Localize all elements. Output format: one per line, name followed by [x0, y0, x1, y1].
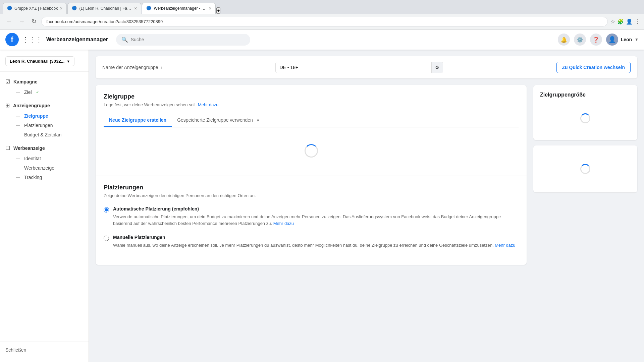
budget-dash: —: [16, 132, 20, 137]
placement-options: Automatische Platzierung (empfohlen) Ver…: [104, 206, 519, 249]
profile-icon[interactable]: 👤: [626, 18, 633, 25]
close-button[interactable]: Schließen: [5, 347, 26, 353]
side-loading-bottom: [570, 154, 600, 184]
side-loading-top: [570, 103, 600, 133]
zielgruppe-dash: —: [16, 114, 20, 118]
quick-create-button[interactable]: Zu Quick Creation wechseln: [556, 62, 631, 73]
tracking-dash: —: [16, 175, 20, 180]
werbeanzeige-sub-items: — Identität — Werbeanzeige — Tracking: [0, 154, 89, 182]
sidebar-item-zielgruppe[interactable]: — Zielgruppe: [12, 111, 89, 121]
new-tab-button[interactable]: +: [216, 7, 220, 14]
address-bar[interactable]: facebook.com/adsmanager/creation?act=303…: [41, 17, 608, 26]
zielgruppe-label: Zielgruppe: [24, 113, 48, 119]
sidebar-item-ziel[interactable]: — Ziel ✓: [12, 87, 89, 97]
tab-favicon-3: 🔵: [146, 6, 152, 11]
ziel-label: Ziel: [24, 89, 32, 95]
ziel-check-icon: ✓: [36, 90, 39, 95]
ad-name-input-wrapper: ⚙: [275, 62, 443, 73]
platzierungen-subtitle: Zeige deine Werbeanzeigen den richtigen …: [104, 193, 519, 198]
menu-icon[interactable]: ⋮: [635, 18, 640, 25]
auto-placement-mehr-dazu-link[interactable]: Mehr dazu: [273, 221, 294, 226]
manual-placement-mehr-dazu-link[interactable]: Mehr dazu: [495, 243, 515, 248]
sidebar-item-anzeigengruppe[interactable]: ⊞ Anzeigengruppe: [0, 100, 89, 111]
budget-label: Budget & Zeitplan: [24, 132, 61, 137]
sidebar-item-tracking[interactable]: — Tracking: [12, 173, 89, 182]
identitaet-label: Identität: [24, 156, 41, 161]
anzeigengruppe-icon: ⊞: [5, 102, 10, 109]
kampagne-sub-items: — Ziel ✓: [0, 87, 89, 97]
ad-name-input[interactable]: [276, 62, 431, 73]
app-grid-icon[interactable]: ⋮⋮⋮: [22, 36, 42, 44]
anzeigengruppe-sub-items: — Zielgruppe — Platzierungen — Budget & …: [0, 111, 89, 139]
sidebar-item-identitaet[interactable]: — Identität: [12, 154, 89, 163]
sidebar-item-kampagne[interactable]: ☑ Kampagne: [0, 76, 89, 87]
notification-button[interactable]: 🔔: [558, 34, 570, 46]
platzierungen-section: Platzierungen Zeige deine Werbeanzeigen …: [96, 176, 527, 265]
ad-name-label-text: Name der Anzeigengruppe: [102, 65, 158, 70]
tab-neue-zielgruppe[interactable]: Neue Zielgruppe erstellen: [104, 114, 172, 127]
sidebar-section-kampagne: ☑ Kampagne — Ziel ✓: [0, 76, 89, 97]
user-chip[interactable]: 👤 Leon ▼: [606, 34, 639, 46]
account-selector-button[interactable]: Leon R. Chaudhari (3032... ▼: [5, 56, 74, 66]
back-button[interactable]: ←: [4, 17, 14, 26]
sidebar-werbeanzeige-label: Werbeanzeige: [13, 145, 45, 151]
tab-close-3[interactable]: ×: [209, 6, 211, 11]
help-button[interactable]: ❓: [590, 34, 602, 46]
browser-tab-1[interactable]: 🔵 Gruppe XYZ | Facebook ×: [3, 3, 67, 14]
zielgruppe-mehr-dazu-link[interactable]: Mehr dazu: [198, 102, 218, 107]
side-card-zielgruppengroesse-bottom: [533, 145, 637, 192]
browser-tab-2[interactable]: 🔵 (1) Leon R. Chaudhari | Faceb... ×: [67, 3, 141, 14]
chevron-down-icon: ▼: [635, 37, 639, 42]
tracking-label: Tracking: [24, 175, 42, 180]
auto-placement-desc: Verwende automatische Platzierungen, um …: [113, 214, 519, 227]
sidebar-kampagne-label: Kampagne: [13, 79, 38, 84]
fb-appbar: f ⋮⋮⋮ Werbeanzeigenmanager 🔍 🔔 ⚙️ ❓ 👤 Le…: [0, 29, 644, 50]
cards-container: Zielgruppe Lege fest, wer deine Werbeanz…: [96, 85, 637, 265]
search-input[interactable]: [131, 37, 245, 42]
auto-placement-option: Automatische Platzierung (empfohlen) Ver…: [104, 206, 519, 227]
side-card-title: Zielgruppengröße: [540, 92, 586, 98]
side-spinner-bottom: [580, 164, 590, 174]
platzierungen-dash: —: [16, 123, 20, 128]
manual-placement-radio[interactable]: [104, 236, 109, 241]
browser-tab-3[interactable]: 🔵 Werbeanzeigenmanager - Cr... ×: [142, 3, 216, 14]
sidebar-section-anzeigengruppe: ⊞ Anzeigengruppe — Zielgruppe — Platzier…: [0, 100, 89, 139]
zielgruppe-section: Zielgruppe Lege fest, wer deine Werbeanz…: [96, 85, 527, 176]
browser-icon-group: ☆ 🧩 👤 ⋮: [610, 18, 640, 25]
extensions-icon[interactable]: 🧩: [617, 18, 624, 25]
forward-button[interactable]: →: [17, 17, 27, 26]
ad-name-settings-icon[interactable]: ⚙: [431, 62, 443, 73]
main-layout: Leon R. Chaudhari (3032... ▼ ☑ Kampagne …: [0, 50, 644, 362]
tab-close-1[interactable]: ×: [60, 6, 62, 11]
ziel-dash: —: [16, 90, 20, 95]
platzierungen-label: Platzierungen: [24, 123, 53, 128]
sidebar-item-werbeanzeige[interactable]: ☐ Werbeanzeige: [0, 142, 89, 154]
sidebar-item-platzierungen[interactable]: — Platzierungen: [12, 121, 89, 130]
zielgruppe-title: Zielgruppe: [104, 93, 519, 100]
auto-placement-radio[interactable]: [104, 207, 109, 213]
main-card: Zielgruppe Lege fest, wer deine Werbeanz…: [96, 85, 527, 265]
identitaet-dash: —: [16, 156, 20, 161]
fb-logo: f: [5, 33, 19, 46]
bookmark-star-icon[interactable]: ☆: [610, 18, 615, 25]
tab-favicon-1: 🔵: [7, 6, 12, 11]
werbeanzeige-sub-label: Werbeanzeige: [24, 165, 54, 171]
manual-placement-desc: Wähle manuell aus, wo deine Anzeige ersc…: [113, 242, 519, 249]
account-label: Leon R. Chaudhari (3032...: [10, 59, 64, 64]
sidebar: Leon R. Chaudhari (3032... ▼ ☑ Kampagne …: [0, 50, 89, 362]
sidebar-section-werbeanzeige: ☐ Werbeanzeige — Identität — Werbeanzeig…: [0, 142, 89, 182]
loading-spinner-zielgruppe: [305, 144, 318, 158]
refresh-button[interactable]: ↻: [30, 16, 39, 26]
tab-title-1: Gruppe XYZ | Facebook: [14, 6, 58, 11]
sidebar-item-werbeanzeige-sub[interactable]: — Werbeanzeige: [12, 163, 89, 173]
tab-title-3: Werbeanzeigenmanager - Cr...: [154, 6, 207, 11]
tab-close-2[interactable]: ×: [134, 6, 137, 11]
side-card-zielgruppengroesse-top: Zielgruppengröße: [533, 85, 637, 140]
auto-placement-title: Automatische Platzierung (empfohlen): [113, 206, 519, 212]
settings-button[interactable]: ⚙️: [574, 34, 586, 46]
topbar-right: 🔔 ⚙️ ❓ 👤 Leon ▼: [558, 34, 639, 46]
tab-gespeicherte-zielgruppe[interactable]: Gespeicherte Zielgruppe verwenden ▼: [172, 114, 265, 127]
browser-chrome: 🔵 Gruppe XYZ | Facebook × 🔵 (1) Leon R. …: [0, 0, 644, 29]
side-cards: Zielgruppengröße: [533, 85, 637, 192]
sidebar-item-budget-zeitplan[interactable]: — Budget & Zeitplan: [12, 130, 89, 139]
